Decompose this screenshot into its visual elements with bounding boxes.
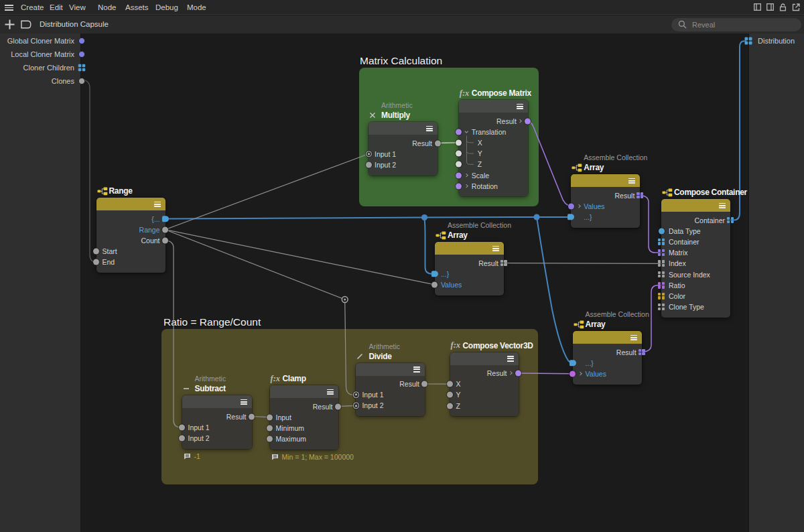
node-header[interactable] (661, 199, 730, 212)
port-matrix[interactable] (658, 249, 665, 256)
node-array-top[interactable]: Assemble CollectionArrayResultValues...} (571, 174, 640, 228)
graph-input-clones[interactable]: Clones (52, 74, 74, 88)
menu-view[interactable]: View (69, 0, 86, 15)
search-box[interactable]: Reveal (671, 18, 801, 31)
port-input-1[interactable] (366, 151, 373, 157)
port--[interactable] (567, 214, 574, 220)
port--[interactable] (162, 216, 169, 222)
port-values[interactable] (568, 203, 574, 209)
port-result[interactable] (435, 140, 441, 146)
graph-input-cloner-children[interactable]: Cloner Children (23, 61, 74, 74)
node-header[interactable] (182, 395, 252, 408)
node-menu-icon[interactable] (426, 126, 433, 132)
node-menu-icon[interactable] (492, 246, 499, 252)
menu-edit[interactable]: Edit (50, 0, 63, 15)
split-right-icon[interactable] (766, 3, 774, 11)
port-result[interactable] (249, 413, 255, 419)
port-start[interactable] (93, 249, 99, 255)
node-menu-icon[interactable] (719, 203, 726, 209)
port-scale[interactable] (456, 172, 462, 178)
node-header[interactable] (435, 242, 504, 255)
port-count[interactable] (162, 237, 168, 243)
graph-output-distribution[interactable]: Distribution (758, 34, 795, 48)
menu-assets[interactable]: Assets (125, 0, 149, 15)
node-menu-icon[interactable] (413, 367, 420, 373)
node-menu-icon[interactable] (507, 356, 514, 362)
node-menu-icon[interactable] (327, 389, 334, 395)
port-y[interactable] (447, 392, 453, 398)
node-header[interactable] (270, 385, 338, 398)
node-divide[interactable]: ArithmeticDivideResultInput 1Input 2 (356, 363, 425, 417)
port--[interactable] (431, 271, 438, 277)
port-input-2[interactable] (179, 435, 185, 441)
open-external-icon[interactable] (792, 3, 800, 11)
port-color[interactable] (658, 293, 665, 300)
port-result[interactable] (515, 371, 521, 377)
port-input[interactable] (267, 414, 273, 420)
node-header[interactable] (368, 122, 438, 135)
port-z[interactable] (456, 161, 462, 168)
lock-icon[interactable] (779, 3, 787, 11)
port-clone-type[interactable] (658, 304, 665, 310)
port-values[interactable] (431, 281, 438, 287)
menu-mode[interactable]: Mode (187, 0, 206, 15)
node-menu-icon[interactable] (154, 202, 161, 208)
port-y[interactable] (456, 151, 462, 157)
port-input-1[interactable] (179, 424, 185, 430)
port-input-1[interactable] (353, 391, 360, 398)
menu-debug[interactable]: Debug (155, 0, 178, 15)
main-menu-icon[interactable] (5, 5, 13, 11)
node-array-bottom[interactable]: Assemble CollectionArrayResult...}Values (573, 331, 642, 385)
menu-create[interactable]: Create (21, 0, 44, 15)
node-menu-icon[interactable] (630, 335, 637, 341)
graph-input-local-cloner-matrix[interactable]: Local Cloner Matrix (11, 48, 74, 61)
breadcrumb[interactable]: Distribution Capsule (40, 15, 109, 34)
node-clamp[interactable]: f:xClampResultInputMinimumMaximumMin = 1… (270, 385, 338, 450)
port-result[interactable] (639, 349, 645, 356)
node-header[interactable] (571, 174, 640, 187)
port-container[interactable] (727, 217, 734, 224)
port-minimum[interactable] (267, 425, 273, 431)
node-menu-icon[interactable] (241, 399, 247, 405)
add-node-icon[interactable] (4, 19, 15, 30)
port-container[interactable] (658, 239, 665, 245)
node-range[interactable]: Range{...RangeCountStartEnd (96, 198, 165, 273)
node-compose-container[interactable]: Compose ContainerContainerData TypeConta… (661, 199, 730, 318)
node-compose-vector3d[interactable]: f:xCompose Vector3DResultXYZ (450, 352, 519, 417)
node-header[interactable] (573, 331, 642, 344)
node-menu-icon[interactable] (628, 178, 635, 184)
node-header[interactable] (450, 352, 519, 365)
port-result[interactable] (525, 118, 531, 124)
port-result[interactable] (421, 381, 427, 387)
node-array-mid[interactable]: Assemble CollectionArrayResult...}Values (435, 242, 504, 295)
port-maximum[interactable] (267, 436, 273, 442)
port-result[interactable] (500, 260, 507, 267)
port--[interactable] (570, 360, 576, 367)
port-translation[interactable] (456, 129, 462, 135)
node-compose-matrix[interactable]: f:xCompose MatrixResultTranslationXYZSca… (459, 100, 528, 196)
port-z[interactable] (447, 403, 453, 409)
node-header[interactable] (96, 198, 165, 210)
node-menu-icon[interactable] (517, 104, 523, 110)
capsule-icon[interactable] (20, 20, 31, 29)
port-values[interactable] (570, 371, 576, 377)
port-source-index[interactable] (658, 271, 665, 278)
port-input-2[interactable] (366, 161, 372, 168)
port-ratio[interactable] (658, 282, 665, 289)
port-rotation[interactable] (456, 183, 462, 189)
port-data-type[interactable] (659, 228, 665, 234)
port-end[interactable] (93, 259, 99, 265)
split-left-icon[interactable] (754, 3, 761, 11)
node-header[interactable] (459, 100, 528, 113)
port-result[interactable] (335, 403, 341, 409)
port-x[interactable] (447, 381, 453, 387)
node-multiply[interactable]: ArithmeticMultiplyResultInput 1Input 2 (368, 122, 438, 176)
port-x[interactable] (456, 139, 462, 145)
port-range[interactable] (162, 226, 168, 232)
port-index[interactable] (658, 260, 665, 267)
graph-input-global-cloner-matrix[interactable]: Global Cloner Matrix (7, 34, 74, 48)
port-input-2[interactable] (353, 403, 360, 409)
node-subtract[interactable]: ArithmeticSubtractResultInput 1Input 2-1 (182, 395, 252, 449)
port-result[interactable] (636, 192, 643, 199)
menu-node[interactable]: Node (98, 0, 117, 15)
